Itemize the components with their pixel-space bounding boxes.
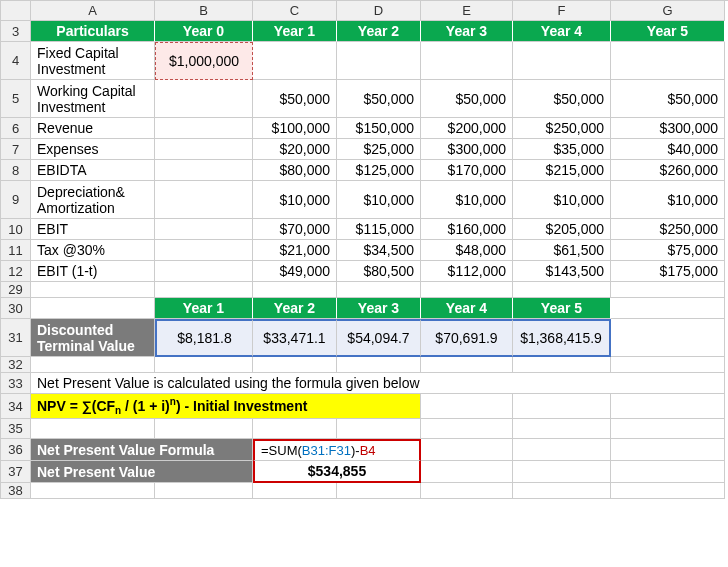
row-header-29[interactable]: 29 xyxy=(1,282,31,298)
val-tax-4[interactable]: $61,500 xyxy=(513,240,611,261)
row-header-38[interactable]: 38 xyxy=(1,483,31,499)
th-year0[interactable]: Year 0 xyxy=(155,21,253,42)
cell[interactable] xyxy=(155,282,253,298)
val-tax-5[interactable]: $75,000 xyxy=(611,240,725,261)
th-year5[interactable]: Year 5 xyxy=(611,21,725,42)
val-fixed-capital[interactable]: $1,000,000 xyxy=(155,42,253,80)
val-da-2[interactable]: $10,000 xyxy=(337,181,421,219)
label-expenses[interactable]: Expenses xyxy=(31,139,155,160)
val-exp-4[interactable]: $35,000 xyxy=(513,139,611,160)
cell[interactable] xyxy=(513,42,611,80)
val-ebidta-4[interactable]: $215,000 xyxy=(513,160,611,181)
cell[interactable] xyxy=(31,282,155,298)
val-wc-1[interactable]: $50,000 xyxy=(253,80,337,118)
label-revenue[interactable]: Revenue xyxy=(31,118,155,139)
cell[interactable] xyxy=(155,139,253,160)
cell[interactable] xyxy=(421,42,513,80)
cell[interactable] xyxy=(513,483,611,499)
val-dtv-3[interactable]: $54,094.7 xyxy=(337,319,421,357)
cell[interactable] xyxy=(611,357,725,373)
val-ebidta-1[interactable]: $80,000 xyxy=(253,160,337,181)
th-year4[interactable]: Year 4 xyxy=(513,21,611,42)
cell[interactable] xyxy=(611,42,725,80)
val-tax-1[interactable]: $21,000 xyxy=(253,240,337,261)
th-year3[interactable]: Year 3 xyxy=(421,21,513,42)
cell[interactable] xyxy=(337,357,421,373)
cell[interactable] xyxy=(253,483,337,499)
npv-explain-text[interactable]: Net Present Value is calculated using th… xyxy=(31,373,725,394)
cell[interactable] xyxy=(253,282,337,298)
cell[interactable] xyxy=(611,419,725,439)
val-exp-3[interactable]: $300,000 xyxy=(421,139,513,160)
val-ebit1t-1[interactable]: $49,000 xyxy=(253,261,337,282)
cell[interactable] xyxy=(513,357,611,373)
cell[interactable] xyxy=(155,118,253,139)
cell[interactable] xyxy=(513,394,611,419)
val-dtv-4[interactable]: $70,691.9 xyxy=(421,319,513,357)
row-header-35[interactable]: 35 xyxy=(1,419,31,439)
cell[interactable] xyxy=(611,483,725,499)
label-ebit-1t[interactable]: EBIT (1-t) xyxy=(31,261,155,282)
val-da-1[interactable]: $10,000 xyxy=(253,181,337,219)
cell[interactable] xyxy=(155,240,253,261)
label-ebidta[interactable]: EBIDTA xyxy=(31,160,155,181)
cell[interactable] xyxy=(155,357,253,373)
cell[interactable] xyxy=(421,282,513,298)
val-ebit1t-2[interactable]: $80,500 xyxy=(337,261,421,282)
row-header-30[interactable]: 30 xyxy=(1,298,31,319)
row-header-4[interactable]: 4 xyxy=(1,42,31,80)
val-da-5[interactable]: $10,000 xyxy=(611,181,725,219)
cell[interactable] xyxy=(31,483,155,499)
val-tax-3[interactable]: $48,000 xyxy=(421,240,513,261)
val-ebidta-3[interactable]: $170,000 xyxy=(421,160,513,181)
cell[interactable] xyxy=(155,483,253,499)
cell[interactable] xyxy=(421,483,513,499)
val-ebit1t-3[interactable]: $112,000 xyxy=(421,261,513,282)
cell[interactable] xyxy=(155,419,253,439)
val-ebit1t-5[interactable]: $175,000 xyxy=(611,261,725,282)
label-working-capital[interactable]: Working Capital Investment xyxy=(31,80,155,118)
val-ebidta-2[interactable]: $125,000 xyxy=(337,160,421,181)
val-ebit-5[interactable]: $250,000 xyxy=(611,219,725,240)
th2-year2[interactable]: Year 2 xyxy=(253,298,337,319)
cell[interactable] xyxy=(611,282,725,298)
val-ebit-4[interactable]: $205,000 xyxy=(513,219,611,240)
row-header-3[interactable]: 3 xyxy=(1,21,31,42)
row-header-32[interactable]: 32 xyxy=(1,357,31,373)
label-dep-amort[interactable]: Depreciation& Amortization xyxy=(31,181,155,219)
label-tax[interactable]: Tax @30% xyxy=(31,240,155,261)
col-header-F[interactable]: F xyxy=(513,1,611,21)
val-rev-4[interactable]: $250,000 xyxy=(513,118,611,139)
cell[interactable] xyxy=(513,419,611,439)
val-rev-3[interactable]: $200,000 xyxy=(421,118,513,139)
cell[interactable] xyxy=(253,42,337,80)
row-header-33[interactable]: 33 xyxy=(1,373,31,394)
val-wc-4[interactable]: $50,000 xyxy=(513,80,611,118)
label-npv[interactable]: Net Present Value xyxy=(31,461,253,483)
row-header-10[interactable]: 10 xyxy=(1,219,31,240)
val-ebit-3[interactable]: $160,000 xyxy=(421,219,513,240)
val-wc-2[interactable]: $50,000 xyxy=(337,80,421,118)
val-exp-2[interactable]: $25,000 xyxy=(337,139,421,160)
val-ebit-2[interactable]: $115,000 xyxy=(337,219,421,240)
th-year1[interactable]: Year 1 xyxy=(253,21,337,42)
cell[interactable] xyxy=(421,419,513,439)
val-wc-5[interactable]: $50,000 xyxy=(611,80,725,118)
cell[interactable] xyxy=(421,461,513,483)
val-dtv-5[interactable]: $1,368,415.9 xyxy=(513,319,611,357)
cell[interactable] xyxy=(155,219,253,240)
val-tax-2[interactable]: $34,500 xyxy=(337,240,421,261)
cell[interactable] xyxy=(421,394,513,419)
cell[interactable] xyxy=(421,357,513,373)
th2-year1[interactable]: Year 1 xyxy=(155,298,253,319)
cell[interactable] xyxy=(611,298,725,319)
row-header-9[interactable]: 9 xyxy=(1,181,31,219)
cell[interactable] xyxy=(513,461,611,483)
row-header-37[interactable]: 37 xyxy=(1,461,31,483)
row-header-31[interactable]: 31 xyxy=(1,319,31,357)
label-npv-formula[interactable]: Net Present Value Formula xyxy=(31,439,253,461)
row-header-5[interactable]: 5 xyxy=(1,80,31,118)
val-wc-3[interactable]: $50,000 xyxy=(421,80,513,118)
val-dtv-1[interactable]: $8,181.8 xyxy=(155,319,253,357)
th2-year4[interactable]: Year 4 xyxy=(421,298,513,319)
